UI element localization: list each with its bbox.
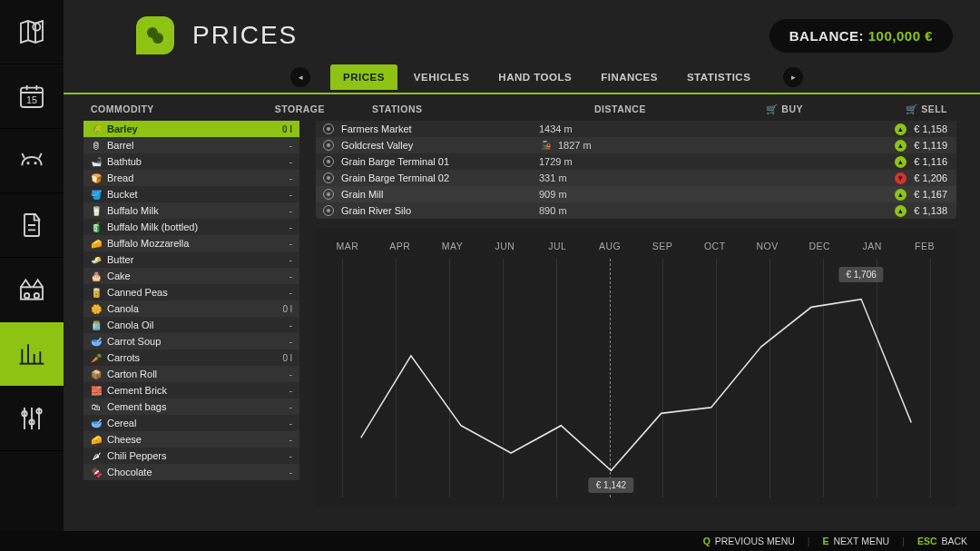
commodity-list[interactable]: 🌾Barley0 l🛢Barrel-🛁Bathtub-🍞Bread-🪣Bucke… — [83, 121, 299, 514]
station-name: Goldcrest Valley — [341, 140, 532, 151]
station-distance: 1434 m — [539, 123, 639, 134]
tab-finances[interactable]: FINANCES — [588, 64, 671, 90]
commodity-icon: 🍫 — [91, 467, 102, 477]
commodity-row[interactable]: 🌾Barley0 l — [83, 121, 299, 137]
commodity-storage: - — [289, 369, 292, 379]
station-row[interactable]: Grain Mill909 m▴€ 1,167 — [316, 186, 956, 202]
commodity-row[interactable]: 📦Carton Roll- — [83, 366, 299, 382]
trend-up-icon: ▴ — [895, 140, 906, 152]
station-row[interactable]: Farmers Market1434 m▴€ 1,158 — [316, 121, 956, 137]
commodity-row[interactable]: 🥣Carrot Soup- — [83, 333, 299, 349]
commodity-row[interactable]: 🫙Canola Oil- — [83, 317, 299, 333]
commodity-name: Barley — [107, 123, 277, 134]
commodity-icon: 🎂 — [91, 271, 102, 281]
commodity-storage: - — [289, 451, 292, 461]
tab-vehicles[interactable]: VEHICLES — [401, 64, 483, 90]
commodity-icon: 🧱 — [91, 385, 102, 396]
commodity-name: Buffalo Milk (bottled) — [107, 221, 284, 232]
commodity-storage: - — [289, 173, 292, 183]
station-row[interactable]: Grain Barge Terminal 02331 m▾€ 1,206 — [316, 170, 956, 186]
commodity-storage: 0 l — [282, 124, 292, 134]
commodity-name: Bathtub — [107, 156, 284, 167]
commodity-row[interactable]: 🧃Buffalo Milk (bottled)- — [83, 219, 299, 235]
commodity-row[interactable]: 🍞Bread- — [83, 170, 299, 186]
commodity-storage: - — [289, 271, 292, 281]
commodity-icon: 🍞 — [91, 172, 102, 183]
commodity-icon: 🧀 — [91, 238, 102, 249]
commodity-row[interactable]: 🥫Canned Peas- — [83, 284, 299, 300]
rail-map-icon[interactable] — [0, 0, 64, 64]
commodity-storage: - — [289, 320, 292, 330]
chart-high-tag: € 1,706 — [838, 267, 883, 282]
commodity-icon: 🌶 — [91, 450, 102, 461]
commodity-icon: 🥫 — [91, 287, 102, 298]
svg-text:15: 15 — [26, 94, 37, 105]
commodity-row[interactable]: 🌼Canola0 l — [83, 300, 299, 317]
rail-calendar-icon[interactable]: 15 — [0, 64, 64, 129]
svg-point-7 — [34, 293, 39, 298]
commodity-row[interactable]: 🍫Chocolate- — [83, 464, 299, 480]
commodity-row[interactable]: 🧈Butter- — [83, 251, 299, 268]
tab-hand-tools[interactable]: HAND TOOLS — [485, 64, 584, 90]
commodity-row[interactable]: 🛍Cement bags- — [83, 398, 299, 415]
station-distance: 331 m — [539, 172, 639, 183]
prev-menu-hint: Q PREVIOUS MENU — [703, 536, 795, 546]
rail-production-icon[interactable] — [0, 258, 64, 322]
commodity-name: Cereal — [107, 418, 284, 428]
commodity-row[interactable]: 🛢Barrel- — [83, 137, 299, 153]
station-row[interactable]: Grain River Silo890 m▴€ 1,138 — [316, 202, 956, 219]
rail-settings-icon[interactable] — [0, 387, 64, 451]
commodity-row[interactable]: 🧀Buffalo Mozzarella- — [83, 235, 299, 251]
commodity-icon: 🛁 — [91, 156, 102, 167]
commodity-row[interactable]: 🥕Carrots0 l — [83, 349, 299, 366]
commodity-icon: 🛍 — [91, 401, 102, 412]
commodity-name: Canola Oil — [107, 320, 284, 330]
commodity-storage: - — [289, 190, 292, 200]
next-tab-button[interactable]: ▸ — [783, 67, 803, 87]
balance-value: 100,000 € — [868, 28, 933, 44]
station-sell: ▴€ 1,119 — [884, 140, 947, 152]
commodity-row[interactable]: 🧱Cement Brick- — [83, 382, 299, 398]
prev-tab-button[interactable]: ◂ — [290, 67, 310, 87]
svg-point-12 — [152, 33, 163, 44]
commodity-row[interactable]: 🪣Bucket- — [83, 186, 299, 202]
commodity-row[interactable]: 🌶Chili Peppers- — [83, 448, 299, 464]
station-sell: ▾€ 1,206 — [884, 172, 947, 184]
station-name: Grain Barge Terminal 02 — [341, 172, 532, 183]
rail-prices-icon[interactable] — [0, 322, 64, 387]
page-title: PRICES — [192, 21, 298, 50]
station-name: Grain Barge Terminal 01 — [341, 156, 532, 167]
station-row[interactable]: Goldcrest Valley🚂1827 m▴€ 1,119 — [316, 137, 956, 153]
station-distance: 890 m — [539, 205, 639, 216]
commodity-storage: - — [289, 435, 292, 445]
commodity-name: Buffalo Mozzarella — [107, 238, 284, 249]
location-icon — [323, 156, 334, 167]
commodity-icon: 🌾 — [91, 123, 102, 134]
commodity-name: Carrot Soup — [107, 336, 284, 347]
commodity-row[interactable]: 🥣Cereal- — [83, 415, 299, 431]
commodity-row[interactable]: 🥛Buffalo Milk- — [83, 202, 299, 219]
commodity-icon: 🥣 — [91, 418, 102, 428]
commodity-storage: 0 l — [282, 304, 292, 314]
back-hint: ESC BACK — [917, 536, 967, 546]
station-row[interactable]: Grain Barge Terminal 011729 m▴€ 1,116 — [316, 153, 956, 170]
commodity-name: Carton Roll — [107, 369, 284, 379]
train-icon: 🚂 — [541, 141, 551, 150]
station-list[interactable]: Farmers Market1434 m▴€ 1,158Goldcrest Va… — [316, 121, 956, 219]
tab-prices[interactable]: PRICES — [330, 64, 397, 90]
col-distance: DISTANCE — [594, 103, 685, 115]
commodity-icon: 🥣 — [91, 336, 102, 347]
tab-statistics[interactable]: STATISTICS — [674, 64, 763, 90]
commodity-row[interactable]: 🎂Cake- — [83, 268, 299, 284]
commodity-row[interactable]: 🛁Bathtub- — [83, 153, 299, 170]
trend-up-icon: ▴ — [895, 123, 906, 135]
svg-point-0 — [33, 24, 40, 31]
commodity-storage: - — [289, 467, 292, 477]
location-icon — [323, 189, 334, 200]
commodity-name: Carrots — [107, 352, 277, 363]
station-name: Grain Mill — [341, 189, 532, 200]
rail-animals-icon[interactable] — [0, 129, 64, 193]
rail-contracts-icon[interactable] — [0, 193, 64, 258]
commodity-row[interactable]: 🧀Cheese- — [83, 431, 299, 448]
commodity-icon: 🥛 — [91, 205, 102, 216]
